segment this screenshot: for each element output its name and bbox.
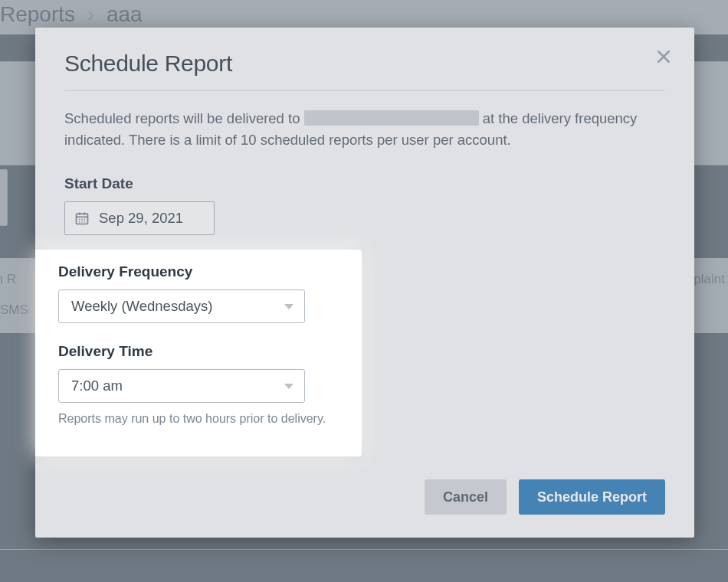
delivery-time-hint: Reports may run up to two hours prior to…	[58, 412, 340, 426]
field-label: Start Date	[64, 175, 665, 192]
calendar-icon	[74, 211, 90, 226]
start-date-field: Start Date Sep 29, 2021	[64, 175, 665, 235]
svg-point-8	[81, 221, 83, 223]
field-label: Delivery Frequency	[58, 263, 340, 280]
field-label: Delivery Time	[58, 343, 340, 360]
highlighted-section: Delivery Frequency Weekly (Wednesdays) D…	[35, 250, 362, 456]
schedule-report-modal: Schedule Report Scheduled reports will b…	[35, 28, 694, 538]
delivery-time-field: Delivery Time 7:00 am Reports may run up…	[58, 343, 340, 426]
schedule-report-button[interactable]: Schedule Report	[519, 479, 665, 515]
divider	[64, 90, 665, 91]
start-date-input[interactable]: Sep 29, 2021	[64, 201, 215, 235]
chevron-down-icon	[284, 384, 293, 389]
delivery-time-select[interactable]: 7:00 am	[58, 369, 305, 403]
svg-point-9	[84, 221, 86, 223]
svg-point-7	[79, 221, 80, 223]
select-value: Weekly (Wednesdays)	[71, 298, 212, 315]
select-value: 7:00 am	[71, 378, 123, 394]
svg-point-6	[84, 218, 86, 220]
modal-footer: Cancel Schedule Report	[425, 479, 665, 515]
start-date-value: Sep 29, 2021	[99, 210, 183, 227]
cancel-button[interactable]: Cancel	[425, 479, 507, 515]
delivery-frequency-field: Delivery Frequency Weekly (Wednesdays)	[58, 263, 340, 323]
redacted-email	[304, 110, 479, 126]
svg-point-4	[79, 218, 80, 220]
close-icon	[657, 50, 671, 64]
delivery-frequency-select[interactable]: Weekly (Wednesdays)	[58, 289, 305, 323]
close-button[interactable]	[653, 46, 674, 67]
modal-title: Schedule Report	[64, 51, 665, 77]
modal-description: Scheduled reports will be delivered to a…	[64, 108, 665, 151]
chevron-down-icon	[284, 304, 293, 309]
svg-point-5	[81, 218, 83, 220]
description-text: Scheduled reports will be delivered to	[64, 110, 304, 126]
